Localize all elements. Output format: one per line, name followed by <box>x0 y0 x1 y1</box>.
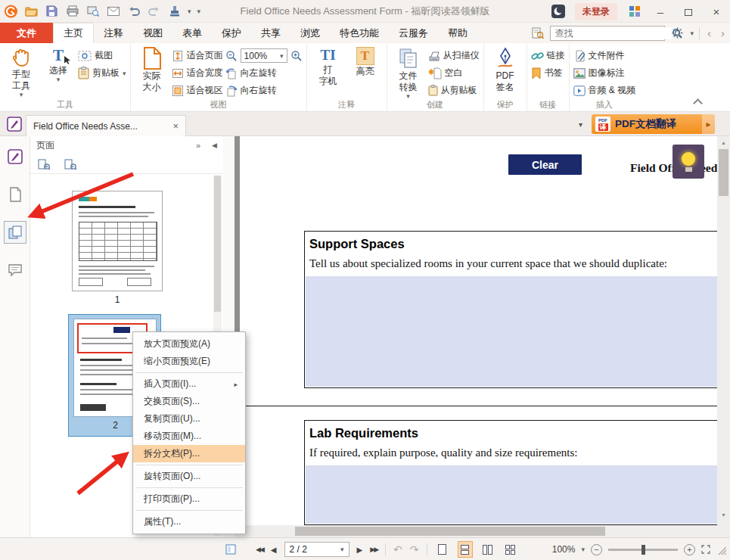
pdf-sign-button[interactable]: PDF 签名 <box>488 45 523 92</box>
menu-item-insert-pages[interactable]: 插入页面(I)... ▸ <box>133 375 245 393</box>
login-button[interactable]: 未登录 <box>575 3 617 20</box>
comments-panel-icon[interactable] <box>4 259 26 282</box>
tab-form[interactable]: 表单 <box>172 23 212 43</box>
menu-item-move-pages[interactable]: 移动页面(M)... <box>133 428 245 445</box>
zoom-percentage[interactable]: 100% <box>552 544 576 555</box>
clipboard-button[interactable]: 剪贴板 ▾ <box>78 66 126 80</box>
panel-scrollbar-thumb[interactable] <box>214 176 221 312</box>
open-file-icon[interactable] <box>24 4 39 18</box>
foxit-logo-icon[interactable] <box>4 4 18 18</box>
statusbar-panel-icon[interactable] <box>225 544 236 555</box>
gear-caret-icon[interactable]: ▾ <box>690 30 694 36</box>
pdf-translate-button[interactable]: PDF 译 PDF文档翻译 ▸ <box>592 114 715 134</box>
expand-panel-icon[interactable]: » <box>196 141 200 150</box>
caret-down-icon[interactable]: ▾ <box>188 8 191 14</box>
zoom-caret-icon[interactable]: ▾ <box>581 546 585 552</box>
maximize-button[interactable] <box>679 5 697 18</box>
vertical-scrollbar[interactable]: ▲ ▼ <box>717 136 730 537</box>
horizontal-scrollbar-thumb[interactable] <box>295 527 605 536</box>
menu-item-duplicate-pages[interactable]: 复制页面(U)... <box>133 410 245 428</box>
start-page-icon[interactable] <box>7 117 22 132</box>
shrink-thumbnail-button[interactable] <box>64 158 77 170</box>
link-button[interactable]: 链接 <box>531 48 565 63</box>
from-scanner-button[interactable]: 从扫描仪 <box>428 48 480 63</box>
close-tab-icon[interactable]: × <box>172 120 179 132</box>
signature-panel-icon[interactable] <box>4 145 26 168</box>
page-indicator-combo[interactable]: 2 / 2 ▾ <box>284 542 349 557</box>
document-tab[interactable]: Field Office Needs Asse... × <box>26 115 186 136</box>
tab-cloud[interactable]: 云服务 <box>389 23 438 43</box>
continuous-facing-view-button[interactable] <box>503 541 518 558</box>
first-page-button[interactable]: ◀◀ <box>256 546 263 553</box>
bookmark-button[interactable]: 书签 <box>531 66 565 80</box>
save-icon[interactable] <box>45 4 59 18</box>
zoom-in-button[interactable] <box>290 50 303 62</box>
typewriter-button[interactable]: TI 打 字机 <box>311 45 346 86</box>
rotate-right-button[interactable]: 向右旋转 <box>225 83 303 98</box>
image-annotation-button[interactable]: 图像标注 <box>573 66 636 80</box>
menu-item-zoom-out-preview[interactable]: 缩小页面预览(E) <box>133 353 245 370</box>
bookmarks-panel-icon[interactable] <box>4 183 26 206</box>
file-convert-button[interactable]: 文件 转换 ▾ <box>391 45 426 99</box>
last-page-button[interactable]: ▶▶ <box>370 546 377 553</box>
vertical-scrollbar-thumb[interactable] <box>719 149 728 196</box>
fit-visible-button[interactable]: 适合视区 <box>172 83 223 98</box>
scroll-down-icon[interactable]: ▼ <box>717 512 730 518</box>
gear-icon[interactable] <box>670 26 685 40</box>
fit-screen-icon[interactable] <box>701 545 710 554</box>
undo-icon[interactable] <box>126 4 141 18</box>
menu-item-rotate-pages[interactable]: 旋转页面(O)... <box>133 468 245 485</box>
file-attachment-button[interactable]: 文件附件 <box>573 48 636 63</box>
tab-list-caret-icon[interactable]: ▾ <box>579 120 582 129</box>
next-view-button[interactable]: ↷ <box>410 543 419 555</box>
history-back-icon[interactable]: ‹ <box>705 27 713 39</box>
tab-protect[interactable]: 保护 <box>212 23 251 43</box>
support-spaces-field[interactable] <box>306 276 720 387</box>
tab-home[interactable]: 主页 <box>53 23 94 43</box>
zoom-slider[interactable] <box>608 549 678 551</box>
menu-item-print-pages[interactable]: 打印页面(P)... <box>133 490 245 508</box>
menu-item-properties[interactable]: 属性(T)... <box>133 513 245 530</box>
clear-form-button[interactable]: Clear <box>508 154 582 175</box>
actual-size-button[interactable]: 实际 大小 <box>135 45 169 92</box>
previous-view-button[interactable]: ↶ <box>393 543 402 555</box>
audio-video-button[interactable]: 音频 & 视频 <box>573 83 636 98</box>
menu-item-zoom-in-preview[interactable]: 放大页面预览(A) <box>133 335 245 353</box>
menu-item-split-document[interactable]: 拆分文档(P)... <box>133 445 245 462</box>
scroll-up-icon[interactable]: ▲ <box>717 136 730 148</box>
horizontal-scrollbar[interactable] <box>235 525 717 537</box>
search-input[interactable] <box>551 27 672 39</box>
tab-share[interactable]: 共享 <box>251 23 290 43</box>
previous-page-button[interactable]: ◀ <box>271 546 277 554</box>
zoom-in-button[interactable]: + <box>684 544 695 555</box>
zoom-level-combo[interactable]: 100%▾ <box>241 48 287 63</box>
print-icon[interactable] <box>65 4 79 18</box>
single-page-view-button[interactable] <box>435 541 450 558</box>
fit-page-button[interactable]: 适合页面 <box>172 48 223 63</box>
blank-page-button[interactable]: 空白 <box>428 66 480 80</box>
zoom-slider-thumb[interactable] <box>641 545 645 555</box>
snapshot-button[interactable]: 截图 <box>78 48 126 63</box>
email-icon[interactable] <box>106 4 120 18</box>
collapse-ribbon-icon[interactable] <box>693 98 703 108</box>
menu-item-swap-pages[interactable]: 交换页面(S)... <box>133 393 245 410</box>
lightbulb-icon[interactable] <box>673 145 704 179</box>
tab-file[interactable]: 文件 <box>0 23 53 43</box>
hand-tool-button[interactable]: 手型 工具 ▾ <box>4 45 39 98</box>
dock-panel-icon[interactable]: ◀ <box>212 142 217 149</box>
lab-requirements-field[interactable] <box>306 465 720 524</box>
minimize-button[interactable]: – <box>651 5 669 18</box>
apps-grid-icon[interactable] <box>627 5 641 19</box>
enlarge-thumbnail-button[interactable] <box>38 158 51 170</box>
print-preview-icon[interactable] <box>85 4 100 18</box>
select-tool-button[interactable]: T 选择 ▾ <box>41 45 76 82</box>
tab-help[interactable]: 帮助 <box>438 23 477 43</box>
find-in-document-icon[interactable] <box>530 26 545 40</box>
tab-browse[interactable]: 浏览 <box>290 23 330 43</box>
tab-comment[interactable]: 注释 <box>94 23 133 43</box>
facing-view-button[interactable] <box>480 541 495 558</box>
tab-view[interactable]: 视图 <box>133 23 172 43</box>
from-clipboard-button[interactable]: 从剪贴板 <box>428 83 480 98</box>
customize-toolbar-caret-icon[interactable]: ▾ <box>197 8 201 14</box>
highlight-button[interactable]: T 高亮 <box>348 45 383 76</box>
